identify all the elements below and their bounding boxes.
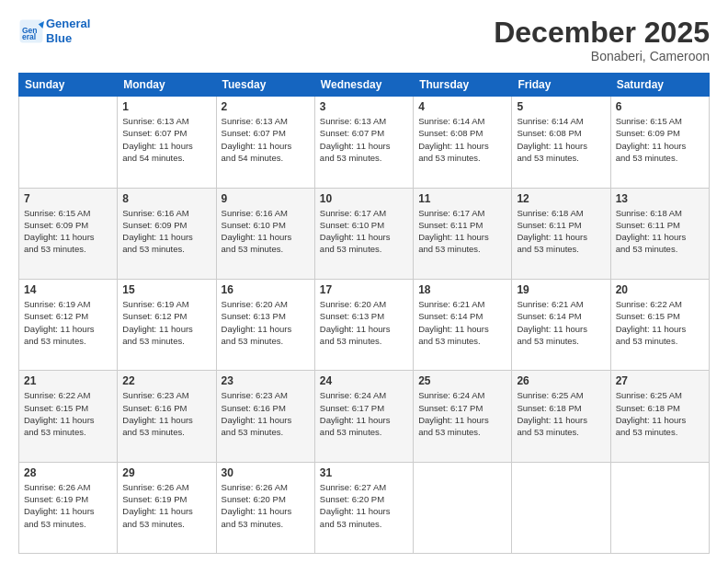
calendar-cell: 11Sunrise: 6:17 AMSunset: 6:11 PMDayligh…: [414, 188, 512, 279]
cell-info: Sunrise: 6:13 AMSunset: 6:07 PMDaylight:…: [320, 115, 408, 164]
cell-info: Sunrise: 6:14 AMSunset: 6:08 PMDaylight:…: [517, 115, 605, 164]
calendar-cell: 15Sunrise: 6:19 AMSunset: 6:12 PMDayligh…: [118, 279, 216, 370]
calendar-cell: 28Sunrise: 6:26 AMSunset: 6:19 PMDayligh…: [19, 462, 118, 553]
calendar-row-4: 28Sunrise: 6:26 AMSunset: 6:19 PMDayligh…: [19, 462, 710, 553]
cell-info: Sunrise: 6:24 AMSunset: 6:17 PMDaylight:…: [418, 389, 506, 438]
calendar-cell: 8Sunrise: 6:16 AMSunset: 6:09 PMDaylight…: [118, 188, 216, 279]
day-number: 23: [222, 374, 310, 387]
calendar-cell: [610, 462, 709, 553]
day-number: 6: [616, 100, 704, 113]
col-header-friday: Friday: [512, 74, 610, 97]
cell-info: Sunrise: 6:23 AMSunset: 6:16 PMDaylight:…: [222, 389, 310, 438]
day-number: 16: [222, 283, 310, 296]
day-number: 2: [222, 100, 310, 113]
calendar-cell: 18Sunrise: 6:21 AMSunset: 6:14 PMDayligh…: [414, 279, 512, 370]
day-number: 30: [222, 466, 310, 479]
logo-line2: Blue: [46, 31, 90, 46]
day-number: 24: [320, 374, 408, 387]
day-number: 18: [418, 283, 506, 296]
calendar-cell: 29Sunrise: 6:26 AMSunset: 6:19 PMDayligh…: [118, 462, 216, 553]
cell-info: Sunrise: 6:26 AMSunset: 6:19 PMDaylight:…: [122, 481, 210, 530]
calendar-cell: [512, 462, 610, 553]
calendar-cell: [414, 462, 512, 553]
cell-info: Sunrise: 6:21 AMSunset: 6:14 PMDaylight:…: [517, 298, 605, 347]
cell-info: Sunrise: 6:22 AMSunset: 6:15 PMDaylight:…: [24, 389, 112, 438]
calendar-cell: 3Sunrise: 6:13 AMSunset: 6:07 PMDaylight…: [314, 97, 413, 188]
day-number: 11: [418, 192, 506, 205]
cell-info: Sunrise: 6:26 AMSunset: 6:19 PMDaylight:…: [24, 481, 112, 530]
logo: Gen eral General Blue: [18, 17, 90, 45]
location: Bonaberi, Cameroon: [494, 49, 710, 63]
cell-info: Sunrise: 6:25 AMSunset: 6:18 PMDaylight:…: [517, 389, 605, 438]
calendar-cell: 13Sunrise: 6:18 AMSunset: 6:11 PMDayligh…: [610, 188, 709, 279]
cell-info: Sunrise: 6:13 AMSunset: 6:07 PMDaylight:…: [122, 115, 210, 164]
day-number: 22: [122, 374, 210, 387]
calendar-cell: 21Sunrise: 6:22 AMSunset: 6:15 PMDayligh…: [19, 371, 118, 462]
page: Gen eral General Blue December 2025 Bona…: [0, 0, 728, 563]
cell-info: Sunrise: 6:13 AMSunset: 6:07 PMDaylight:…: [222, 115, 310, 164]
calendar-cell: 17Sunrise: 6:20 AMSunset: 6:13 PMDayligh…: [314, 279, 413, 370]
cell-info: Sunrise: 6:17 AMSunset: 6:11 PMDaylight:…: [418, 207, 506, 256]
calendar-cell: 27Sunrise: 6:25 AMSunset: 6:18 PMDayligh…: [610, 371, 709, 462]
calendar-cell: 20Sunrise: 6:22 AMSunset: 6:15 PMDayligh…: [610, 279, 709, 370]
day-number: 20: [616, 283, 704, 296]
calendar-cell: 25Sunrise: 6:24 AMSunset: 6:17 PMDayligh…: [414, 371, 512, 462]
cell-info: Sunrise: 6:20 AMSunset: 6:13 PMDaylight:…: [320, 298, 408, 347]
calendar-row-3: 21Sunrise: 6:22 AMSunset: 6:15 PMDayligh…: [19, 371, 710, 462]
header: Gen eral General Blue December 2025 Bona…: [18, 17, 710, 63]
cell-info: Sunrise: 6:25 AMSunset: 6:18 PMDaylight:…: [616, 389, 704, 438]
calendar-cell: 30Sunrise: 6:26 AMSunset: 6:20 PMDayligh…: [216, 462, 314, 553]
calendar-row-0: 1Sunrise: 6:13 AMSunset: 6:07 PMDaylight…: [19, 97, 710, 188]
cell-info: Sunrise: 6:14 AMSunset: 6:08 PMDaylight:…: [418, 115, 506, 164]
day-number: 14: [24, 283, 112, 296]
calendar-cell: 31Sunrise: 6:27 AMSunset: 6:20 PMDayligh…: [314, 462, 413, 553]
day-number: 4: [418, 100, 506, 113]
day-number: 12: [517, 192, 605, 205]
cell-info: Sunrise: 6:22 AMSunset: 6:15 PMDaylight:…: [616, 298, 704, 347]
day-number: 27: [616, 374, 704, 387]
month-title: December 2025: [494, 17, 710, 49]
day-number: 9: [222, 192, 310, 205]
calendar-cell: 1Sunrise: 6:13 AMSunset: 6:07 PMDaylight…: [118, 97, 216, 188]
cell-info: Sunrise: 6:23 AMSunset: 6:16 PMDaylight:…: [122, 389, 210, 438]
calendar-cell: 9Sunrise: 6:16 AMSunset: 6:10 PMDaylight…: [216, 188, 314, 279]
calendar-cell: 5Sunrise: 6:14 AMSunset: 6:08 PMDaylight…: [512, 97, 610, 188]
calendar-table: SundayMondayTuesdayWednesdayThursdayFrid…: [18, 73, 710, 554]
day-number: 28: [24, 466, 112, 479]
day-number: 1: [122, 100, 210, 113]
day-number: 3: [320, 100, 408, 113]
logo-icon: Gen eral: [18, 18, 44, 44]
logo-line1: General: [46, 17, 90, 31]
day-number: 29: [122, 466, 210, 479]
cell-info: Sunrise: 6:16 AMSunset: 6:10 PMDaylight:…: [222, 207, 310, 256]
day-number: 10: [320, 192, 408, 205]
cell-info: Sunrise: 6:21 AMSunset: 6:14 PMDaylight:…: [418, 298, 506, 347]
day-number: 19: [517, 283, 605, 296]
logo-text: General Blue: [46, 17, 90, 45]
cell-info: Sunrise: 6:18 AMSunset: 6:11 PMDaylight:…: [517, 207, 605, 256]
day-number: 13: [616, 192, 704, 205]
calendar-cell: 23Sunrise: 6:23 AMSunset: 6:16 PMDayligh…: [216, 371, 314, 462]
day-number: 21: [24, 374, 112, 387]
col-header-sunday: Sunday: [19, 74, 118, 97]
cell-info: Sunrise: 6:17 AMSunset: 6:10 PMDaylight:…: [320, 207, 408, 256]
calendar-row-1: 7Sunrise: 6:15 AMSunset: 6:09 PMDaylight…: [19, 188, 710, 279]
svg-text:eral: eral: [22, 32, 36, 41]
title-block: December 2025 Bonaberi, Cameroon: [494, 17, 710, 63]
cell-info: Sunrise: 6:16 AMSunset: 6:09 PMDaylight:…: [122, 207, 210, 256]
calendar-cell: 14Sunrise: 6:19 AMSunset: 6:12 PMDayligh…: [19, 279, 118, 370]
day-number: 5: [517, 100, 605, 113]
cell-info: Sunrise: 6:15 AMSunset: 6:09 PMDaylight:…: [616, 115, 704, 164]
calendar-cell: 22Sunrise: 6:23 AMSunset: 6:16 PMDayligh…: [118, 371, 216, 462]
cell-info: Sunrise: 6:24 AMSunset: 6:17 PMDaylight:…: [320, 389, 408, 438]
calendar-cell: 19Sunrise: 6:21 AMSunset: 6:14 PMDayligh…: [512, 279, 610, 370]
calendar-cell: 7Sunrise: 6:15 AMSunset: 6:09 PMDaylight…: [19, 188, 118, 279]
cell-info: Sunrise: 6:15 AMSunset: 6:09 PMDaylight:…: [24, 207, 112, 256]
calendar-cell: 16Sunrise: 6:20 AMSunset: 6:13 PMDayligh…: [216, 279, 314, 370]
calendar-cell: [19, 97, 118, 188]
calendar-cell: 26Sunrise: 6:25 AMSunset: 6:18 PMDayligh…: [512, 371, 610, 462]
cell-info: Sunrise: 6:19 AMSunset: 6:12 PMDaylight:…: [24, 298, 112, 347]
calendar-cell: 24Sunrise: 6:24 AMSunset: 6:17 PMDayligh…: [314, 371, 413, 462]
calendar-cell: 12Sunrise: 6:18 AMSunset: 6:11 PMDayligh…: [512, 188, 610, 279]
cell-info: Sunrise: 6:20 AMSunset: 6:13 PMDaylight:…: [222, 298, 310, 347]
